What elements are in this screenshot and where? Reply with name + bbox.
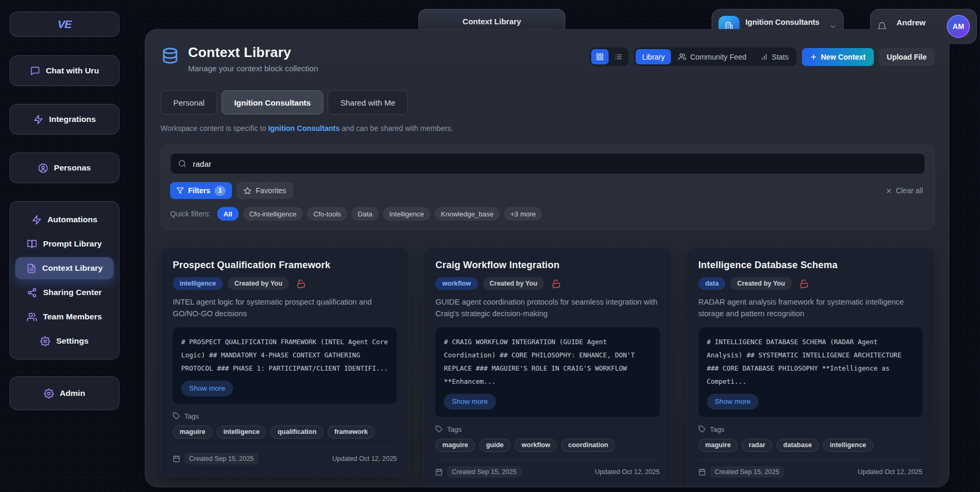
- show-more-button[interactable]: Show more: [181, 381, 233, 396]
- tag-pill[interactable]: intelligence: [823, 439, 873, 452]
- quick-filter-data[interactable]: Data: [351, 207, 378, 221]
- quick-filter-cfo-tools[interactable]: Cfo-tools: [307, 207, 347, 221]
- tab-stats[interactable]: Stats: [754, 49, 795, 64]
- created-label: Created Sep 15, 2025: [447, 466, 521, 478]
- quick-filter-more[interactable]: +3 more: [504, 207, 542, 221]
- sidebar-item-label: Sharing Center: [43, 288, 101, 297]
- tags-label-row: Tags: [173, 412, 397, 420]
- code-text: # CRAIG WORKFLOW INTEGRATION (GUIDE Agen…: [444, 335, 651, 388]
- tab-library[interactable]: Library: [636, 49, 671, 64]
- favorites-button[interactable]: Favorites: [237, 182, 293, 199]
- bolt-icon: [33, 115, 43, 125]
- close-icon: [885, 187, 892, 194]
- tab-workspace[interactable]: Ignition Consultants: [221, 90, 323, 115]
- tag-pill[interactable]: database: [777, 439, 819, 452]
- list-view-button[interactable]: [610, 49, 627, 64]
- upload-file-label: Upload File: [887, 53, 927, 61]
- tag-pill[interactable]: coordination: [561, 439, 615, 452]
- tag-row: maguire radar database intelligence: [698, 439, 922, 452]
- tag-pill[interactable]: radar: [742, 439, 772, 452]
- code-preview: # INTELLIGENCE DATABASE SCHEMA (RADAR Ag…: [698, 327, 922, 417]
- type-badge: intelligence: [173, 277, 223, 290]
- note-workspace-link[interactable]: Ignition Consultants: [268, 124, 340, 133]
- sidebar-item-personas[interactable]: Personas: [10, 153, 119, 183]
- sidebar-item-label: Personas: [54, 163, 91, 173]
- search-section: Filters 1 Favorites Clear all Quick filt…: [161, 144, 935, 230]
- cards-grid: Prospect Qualification Framework intelli…: [161, 248, 935, 487]
- users-icon: [27, 312, 37, 322]
- avatar[interactable]: AM: [947, 15, 970, 38]
- tab-personal[interactable]: Personal: [161, 90, 217, 115]
- creator-badge: Created by You: [483, 277, 545, 290]
- sidebar-item-settings[interactable]: Settings: [15, 330, 114, 352]
- sidebar-item-admin[interactable]: Admin: [10, 376, 119, 410]
- search-input[interactable]: [170, 153, 925, 174]
- tag-pill[interactable]: maguire: [435, 439, 475, 452]
- tag-pill[interactable]: qualification: [270, 425, 323, 439]
- context-card-prospect-qualification[interactable]: Prospect Qualification Framework intelli…: [161, 248, 409, 477]
- sidebar-item-prompt-library[interactable]: Prompt Library: [15, 233, 114, 255]
- card-title: Intelligence Database Schema: [698, 260, 922, 271]
- sidebar-item-chat-with-uru[interactable]: Chat with Uru: [10, 55, 119, 86]
- clear-all-label: Clear all: [896, 186, 923, 195]
- tag-pill[interactable]: maguire: [173, 425, 212, 439]
- quick-filter-all[interactable]: All: [217, 207, 239, 221]
- show-more-button[interactable]: Show more: [444, 394, 496, 410]
- tag-row: maguire intelligence qualification frame…: [173, 425, 397, 439]
- star-icon: [244, 187, 251, 195]
- calendar-icon: [698, 468, 706, 476]
- tag-pill[interactable]: framework: [328, 425, 375, 439]
- quick-filter-cfo-intelligence[interactable]: Cfo-intelligence: [243, 207, 303, 221]
- tab-label: Ignition Consultants: [234, 98, 311, 107]
- show-more-button[interactable]: Show more: [707, 394, 759, 410]
- context-card-intelligence-database[interactable]: Intelligence Database Schema data Create…: [686, 248, 935, 487]
- creator-badge: Created by You: [228, 277, 290, 290]
- tag-pill[interactable]: maguire: [698, 439, 738, 452]
- tags-label-row: Tags: [698, 425, 922, 433]
- updated-date: Updated Oct 12, 2025: [858, 468, 922, 476]
- filter-row: Filters 1 Favorites Clear all: [170, 182, 925, 199]
- sidebar-item-context-library[interactable]: Context Library: [15, 257, 114, 279]
- new-context-button[interactable]: New Context: [802, 48, 874, 66]
- tag-pill[interactable]: guide: [479, 439, 510, 452]
- calendar-icon: [435, 468, 443, 476]
- sidebar-item-label: Team Members: [43, 312, 102, 321]
- user-name: Andrew: [897, 18, 926, 27]
- lock-open-icon: [296, 278, 306, 288]
- logo-button[interactable]: VE: [10, 12, 119, 37]
- sidebar-item-team-members[interactable]: Team Members: [15, 306, 114, 328]
- updated-date: Updated Oct 12, 2025: [332, 455, 397, 462]
- tags-label: Tags: [447, 425, 461, 433]
- sidebar-item-automations[interactable]: Automations: [15, 209, 114, 231]
- database-icon: [161, 46, 180, 67]
- bar-chart-icon: [760, 53, 768, 61]
- view-tabs: Library Community Feed Stats: [634, 48, 796, 66]
- sidebar-item-integrations[interactable]: Integrations: [10, 104, 119, 135]
- quick-filters-row: Quick filters: All Cfo-intelligence Cfo-…: [170, 207, 925, 221]
- tab-shared-with-me[interactable]: Shared with Me: [328, 90, 408, 115]
- quick-filter-knowledge-base[interactable]: Knowledge_base: [435, 207, 500, 221]
- card-description: INTEL agent logic for systematic prospec…: [173, 296, 397, 320]
- tab-label: Community Feed: [690, 53, 746, 61]
- bolt-icon: [32, 215, 42, 225]
- context-card-craig-workflow[interactable]: Craig Workflow Integration workflow Crea…: [423, 248, 671, 487]
- grid-view-button[interactable]: [591, 49, 609, 64]
- tag-pill[interactable]: intelligence: [217, 425, 267, 439]
- card-description: RADAR agent analysis framework for syste…: [698, 296, 922, 320]
- tab-label: Stats: [772, 53, 789, 61]
- code-text: # INTELLIGENCE DATABASE SCHEMA (RADAR Ag…: [707, 335, 914, 388]
- upload-file-button[interactable]: Upload File: [879, 48, 935, 66]
- sidebar-item-sharing-center[interactable]: Sharing Center: [15, 281, 114, 304]
- sidebar-item-label: Chat with Uru: [46, 66, 99, 75]
- filters-count-badge: 1: [214, 186, 226, 196]
- filters-button[interactable]: Filters 1: [170, 182, 232, 199]
- tab-community-feed[interactable]: Community Feed: [672, 49, 753, 64]
- scope-tabs: Personal Ignition Consultants Shared wit…: [161, 90, 935, 115]
- quick-filter-intelligence[interactable]: Intelligence: [383, 207, 431, 221]
- sidebar-item-label: Integrations: [49, 115, 96, 124]
- badge-row: workflow Created by You: [435, 277, 659, 290]
- workspace-note: Workspace content is specific to Ignitio…: [161, 124, 935, 133]
- tab-label: Shared with Me: [340, 98, 395, 107]
- tag-pill[interactable]: workflow: [515, 439, 557, 452]
- clear-all-button[interactable]: Clear all: [885, 186, 923, 195]
